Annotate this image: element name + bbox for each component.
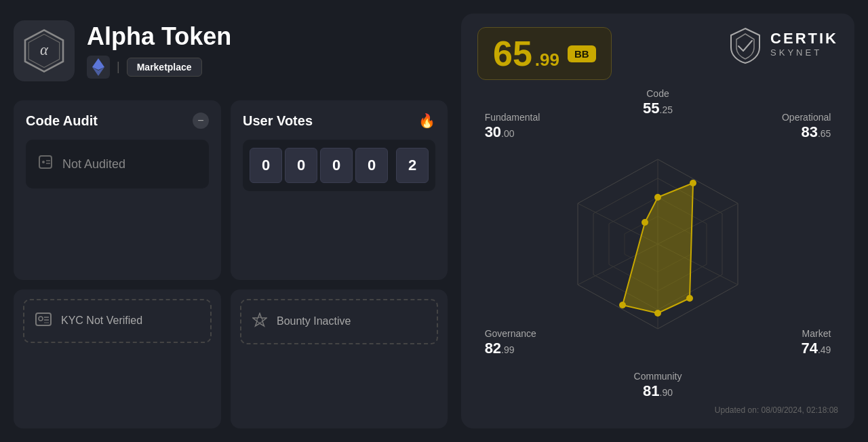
certik-logo: CERTIK SKYNET <box>728 27 838 61</box>
main-container: α Alpha Token | Marketplace <box>0 0 868 442</box>
bounty-card: Bounty Inactive <box>231 289 448 429</box>
bounty-icon <box>252 313 267 331</box>
code-audit-header: Code Audit − <box>26 113 209 129</box>
certik-shield-icon <box>728 27 762 61</box>
cards-grid: Code Audit − Not Audited <box>14 100 448 428</box>
svg-rect-9 <box>36 313 51 325</box>
not-audited-text: Not Audited <box>62 157 125 172</box>
not-audited-box: Not Audited <box>26 140 209 188</box>
code-audit-card: Code Audit − Not Audited <box>14 100 221 280</box>
score-box: 65 .99 BB <box>477 27 612 80</box>
header-badges: | Marketplace <box>87 56 231 79</box>
svg-marker-3 <box>92 58 104 70</box>
label-community: Community 81.90 <box>634 371 682 400</box>
certik-text: CERTIK SKYNET <box>770 30 838 58</box>
svg-marker-14 <box>253 313 267 326</box>
kyc-icon <box>35 313 52 329</box>
user-votes-header: User Votes 🔥 <box>243 113 435 129</box>
left-panel: α Alpha Token | Marketplace <box>14 14 448 428</box>
vote-digit-3: 0 <box>355 148 388 183</box>
fire-icon: 🔥 <box>418 113 435 129</box>
eth-badge <box>87 56 110 79</box>
vote-digit-2: 0 <box>320 148 353 183</box>
header-info: Alpha Token | Marketplace <box>87 23 231 79</box>
svg-point-31 <box>686 295 693 302</box>
separator: | <box>117 60 120 74</box>
label-market: Market 74.49 <box>801 328 831 357</box>
certik-sub: SKYNET <box>770 47 838 58</box>
header-section: α Alpha Token | Marketplace <box>14 14 448 94</box>
vote-digit-1: 0 <box>285 148 317 183</box>
bounty-text: Bounty Inactive <box>277 315 351 327</box>
token-name: Alpha Token <box>87 23 231 50</box>
label-governance: Governance 82.99 <box>485 328 536 357</box>
label-fundamental: Fundamental 30.00 <box>485 112 540 141</box>
user-votes-title: User Votes <box>243 113 313 129</box>
bounty-inner: Bounty Inactive <box>240 299 438 344</box>
score-grade: BB <box>568 45 596 62</box>
svg-marker-28 <box>623 183 693 313</box>
minus-button[interactable]: − <box>193 113 209 129</box>
token-logo: α <box>14 20 75 81</box>
kyc-inner: KYC Not Verified <box>23 299 212 343</box>
score-decimal: .99 <box>535 49 559 71</box>
svg-point-15 <box>257 317 262 323</box>
label-code: Code 55.25 <box>643 88 673 117</box>
svg-point-33 <box>619 302 626 308</box>
not-audited-icon <box>38 155 53 174</box>
radar-chart <box>549 146 766 342</box>
svg-point-10 <box>39 317 43 321</box>
user-votes-card: User Votes 🔥 0 0 0 0 2 <box>231 100 448 280</box>
updated-text: Updated on: 08/09/2024, 02:18:08 <box>477 405 838 415</box>
vote-digit-0: 0 <box>250 148 282 183</box>
marketplace-badge[interactable]: Marketplace <box>127 58 202 77</box>
kyc-card: KYC Not Verified <box>14 289 221 429</box>
score-main: 65 <box>493 36 532 71</box>
kyc-text: KYC Not Verified <box>61 315 142 327</box>
vote-digit-4: 2 <box>396 148 429 183</box>
svg-point-30 <box>690 180 696 186</box>
svg-point-32 <box>654 310 661 317</box>
svg-rect-5 <box>39 156 52 168</box>
svg-point-34 <box>642 219 648 226</box>
right-panel: 65 .99 BB CERTIK SKYNET <box>461 14 854 428</box>
vote-display: 0 0 0 0 2 <box>243 140 435 191</box>
svg-line-17 <box>743 41 752 51</box>
certik-name: CERTIK <box>770 30 838 47</box>
svg-point-29 <box>654 194 661 201</box>
radar-section: Code 55.25 Operational 83.65 Market 74.4… <box>477 87 838 401</box>
code-audit-title: Code Audit <box>26 113 98 129</box>
svg-line-16 <box>738 46 743 51</box>
label-operational: Operational 83.65 <box>782 112 831 141</box>
svg-text:α: α <box>40 41 49 58</box>
right-header: 65 .99 BB CERTIK SKYNET <box>477 27 838 80</box>
svg-point-6 <box>42 161 45 163</box>
